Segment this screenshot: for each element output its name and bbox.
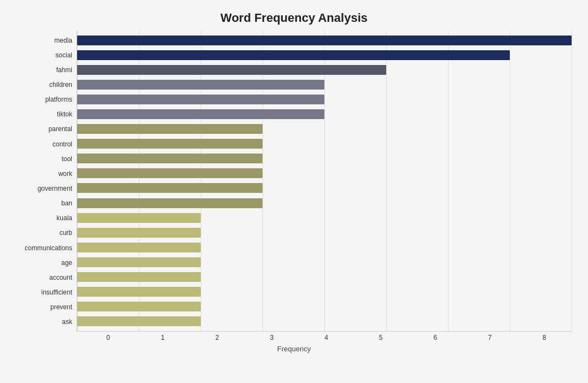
bar xyxy=(77,109,324,119)
bar-row xyxy=(77,107,572,121)
x-axis-labels: 012345678 xyxy=(81,334,572,341)
bar-row xyxy=(77,92,572,107)
bar-row xyxy=(77,314,572,328)
x-axis-tick-label: 0 xyxy=(81,334,136,341)
bar-row xyxy=(77,255,572,269)
x-axis-tick-label: 8 xyxy=(517,334,572,341)
y-label: fahmi xyxy=(16,63,72,77)
bar-row xyxy=(77,226,572,240)
y-label: communications xyxy=(16,241,72,255)
y-label: work xyxy=(16,167,72,181)
x-axis-tick-label: 4 xyxy=(299,334,354,341)
y-label: children xyxy=(16,78,72,92)
x-axis-tick-label: 2 xyxy=(190,334,244,341)
bar xyxy=(77,316,201,326)
x-axis-tick-label: 7 xyxy=(463,334,517,341)
bar xyxy=(77,228,201,238)
bar xyxy=(77,168,263,178)
bar-row xyxy=(77,240,572,255)
bar xyxy=(77,154,263,163)
y-label: parental xyxy=(16,122,72,136)
y-label: tool xyxy=(16,152,72,166)
x-axis-tick-label: 3 xyxy=(244,334,299,341)
bars-wrapper xyxy=(77,31,572,331)
chart-title: Word Frequency Analysis xyxy=(16,11,572,25)
chart-container: Word Frequency Analysis mediasocialfahmi… xyxy=(0,0,588,383)
y-label: ban xyxy=(16,196,72,210)
bar-row xyxy=(77,137,572,151)
bar xyxy=(77,198,263,208)
y-label: kuala xyxy=(16,211,72,225)
bar xyxy=(77,80,324,90)
bar-row xyxy=(77,33,572,48)
y-label: media xyxy=(16,33,72,48)
bar-row xyxy=(77,270,572,284)
y-label: control xyxy=(16,137,72,151)
bar-row xyxy=(77,196,572,210)
bars-and-grid xyxy=(77,31,572,332)
x-axis-tick-label: 1 xyxy=(136,334,190,341)
bar-row xyxy=(77,151,572,166)
y-label: age xyxy=(16,256,72,270)
bar xyxy=(77,36,572,45)
bar-row xyxy=(77,299,572,314)
y-label: tiktok xyxy=(16,107,72,121)
chart-inner: mediasocialfahmichildrenplatformstiktokp… xyxy=(16,31,572,332)
bar xyxy=(77,272,201,282)
bar xyxy=(77,257,201,267)
bar xyxy=(77,287,201,297)
y-label: prevent xyxy=(16,300,72,314)
bar xyxy=(77,183,263,193)
y-label: social xyxy=(16,48,72,62)
bar xyxy=(77,50,510,60)
bar xyxy=(77,213,201,223)
bar-row xyxy=(77,166,572,180)
bar-row xyxy=(77,211,572,225)
bar xyxy=(77,124,263,134)
bar xyxy=(77,302,201,311)
bar xyxy=(77,95,324,104)
bar xyxy=(77,139,263,149)
x-axis-title: Frequency xyxy=(16,345,572,353)
bar xyxy=(77,65,386,75)
x-axis-tick-label: 6 xyxy=(408,334,463,341)
bar-row xyxy=(77,181,572,195)
bar-row xyxy=(77,78,572,92)
y-label: government xyxy=(16,181,72,196)
grid-line xyxy=(572,31,572,331)
bar xyxy=(77,243,201,252)
bar-row xyxy=(77,285,572,299)
y-label: account xyxy=(16,270,72,285)
bar-row xyxy=(77,63,572,77)
y-label: curb xyxy=(16,226,72,240)
chart-area: mediasocialfahmichildrenplatformstiktokp… xyxy=(16,31,572,353)
y-label: insufficient xyxy=(16,285,72,299)
bar-row xyxy=(77,48,572,62)
y-labels: mediasocialfahmichildrenplatformstiktokp… xyxy=(16,31,77,332)
bar-row xyxy=(77,122,572,136)
y-label: platforms xyxy=(16,92,72,107)
x-axis-tick-label: 5 xyxy=(353,334,408,341)
y-label: ask xyxy=(16,315,72,329)
